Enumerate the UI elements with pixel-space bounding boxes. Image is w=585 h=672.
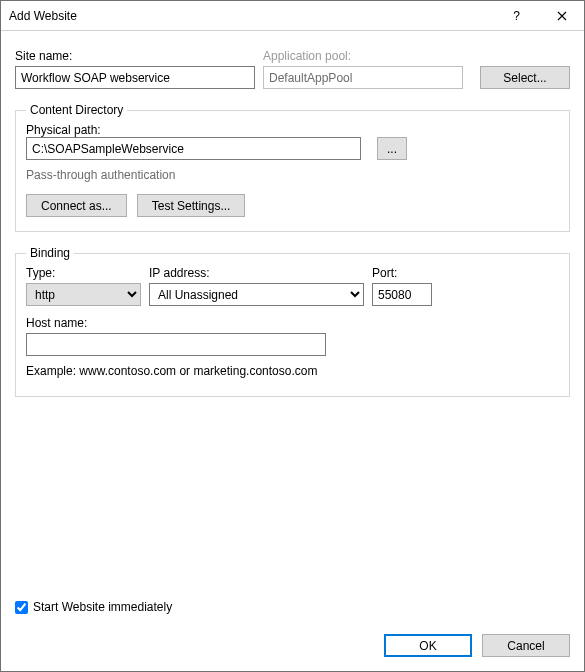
binding-port-input[interactable]: [372, 283, 432, 306]
dialog-footer: OK Cancel: [1, 624, 584, 671]
test-settings-button[interactable]: Test Settings...: [137, 194, 246, 217]
select-app-pool-button[interactable]: Select...: [480, 66, 570, 89]
help-button[interactable]: ?: [494, 1, 539, 30]
content-directory-legend: Content Directory: [26, 103, 127, 117]
binding-group: Binding Type: http IP address: All Unass…: [15, 246, 570, 397]
binding-type-label: Type:: [26, 266, 141, 280]
passthrough-auth-label: Pass-through authentication: [26, 168, 559, 182]
site-name-label: Site name:: [15, 49, 255, 63]
binding-port-label: Port:: [372, 266, 432, 280]
start-immediately-checkbox[interactable]: [15, 601, 28, 614]
browse-physical-path-button[interactable]: ...: [377, 137, 407, 160]
site-name-input[interactable]: [15, 66, 255, 89]
application-pool-input: [263, 66, 463, 89]
close-icon: [557, 11, 567, 21]
titlebar: Add Website ?: [1, 1, 584, 31]
start-immediately-label: Start Website immediately: [33, 600, 172, 614]
start-immediately-row[interactable]: Start Website immediately: [1, 596, 584, 624]
close-button[interactable]: [539, 1, 584, 30]
ok-button[interactable]: OK: [384, 634, 472, 657]
application-pool-label: Application pool:: [263, 49, 463, 63]
host-name-label: Host name:: [26, 316, 559, 330]
host-name-input[interactable]: [26, 333, 326, 356]
binding-type-select[interactable]: http: [26, 283, 141, 306]
physical-path-label: Physical path:: [26, 123, 101, 137]
binding-ip-select[interactable]: All Unassigned: [149, 283, 364, 306]
add-website-dialog: Add Website ? Site name: Application poo…: [0, 0, 585, 672]
cancel-button[interactable]: Cancel: [482, 634, 570, 657]
window-title: Add Website: [9, 9, 494, 23]
dialog-content: Site name: Application pool: Select... C…: [1, 31, 584, 596]
binding-legend: Binding: [26, 246, 74, 260]
connect-as-button[interactable]: Connect as...: [26, 194, 127, 217]
host-name-example: Example: www.contoso.com or marketing.co…: [26, 364, 559, 378]
physical-path-input[interactable]: [26, 137, 361, 160]
content-directory-group: Content Directory Physical path: ... Pas…: [15, 103, 570, 232]
binding-ip-label: IP address:: [149, 266, 364, 280]
